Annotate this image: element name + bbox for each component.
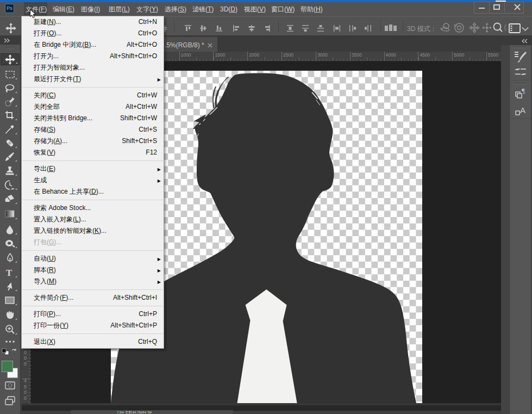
svg-text:¶: ¶ <box>522 86 525 95</box>
svg-text:A: A <box>520 106 525 115</box>
